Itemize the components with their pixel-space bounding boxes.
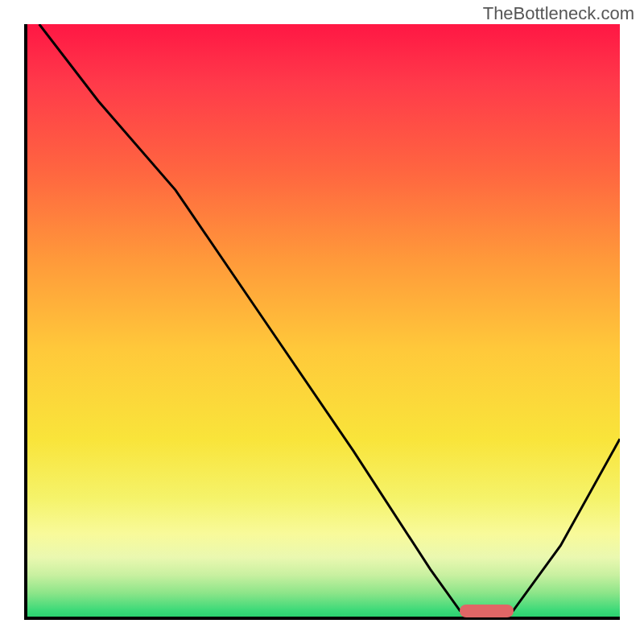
- plot-area: [24, 24, 620, 620]
- bottleneck-curve: [39, 24, 620, 611]
- watermark-text: TheBottleneck.com: [483, 3, 634, 24]
- chart-container: TheBottleneck.com: [0, 0, 644, 644]
- curve-svg: [27, 24, 620, 617]
- optimal-marker: [460, 605, 513, 617]
